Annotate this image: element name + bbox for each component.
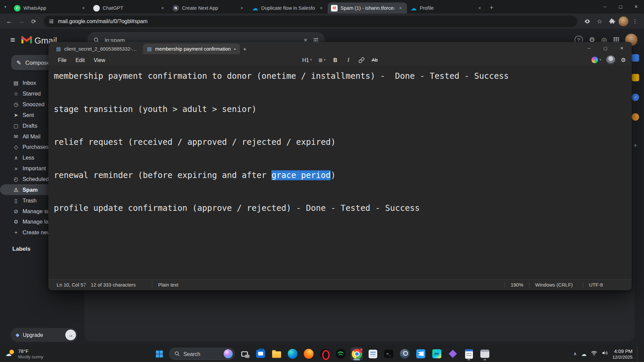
start-button[interactable] (153, 347, 165, 360)
visual-studio-button[interactable] (447, 347, 459, 360)
wifi-icon[interactable] (591, 350, 597, 357)
steam-button[interactable] (398, 347, 411, 360)
sidebar-item-label: Less (22, 155, 34, 161)
reload-button[interactable]: ⟳ (28, 15, 39, 27)
browser-tab-chatgpt[interactable]: ChatGPT ✕ (90, 2, 169, 13)
browser-tab-salesforce-flow[interactable]: ☁ Duplicate flow in Salesforce ✕ (249, 2, 328, 13)
show-desktop-button[interactable] (637, 346, 639, 362)
notepad-settings-gear-icon[interactable]: ⚙ (621, 57, 626, 63)
bookmark-star-icon[interactable]: ☆ (594, 15, 605, 27)
task-view-button[interactable] (238, 347, 251, 360)
clock-date: 12/2/2025 (612, 354, 633, 359)
maximize-button[interactable]: ▢ (597, 42, 613, 54)
tracking-protection-eye-icon[interactable] (582, 15, 593, 27)
insert-link-button[interactable] (357, 55, 366, 65)
address-bar[interactable]: mail.google.com/mail/u/0/?ogbl#spam (44, 15, 578, 27)
extensions-puzzle-icon[interactable] (606, 15, 618, 27)
close-tab-icon[interactable]: ✕ (397, 5, 404, 11)
draft-icon: ▢ (12, 123, 20, 129)
vscode-button[interactable] (415, 347, 427, 360)
notepad-new-tab-button[interactable]: + (240, 44, 250, 54)
bold-button[interactable]: B (330, 55, 340, 65)
microsoft-store-button[interactable] (255, 347, 267, 360)
file-explorer-button[interactable] (270, 347, 283, 360)
terminal-button[interactable]: >_ (383, 347, 395, 360)
taskbar-clock[interactable]: 4:09 PM 12/2/2025 (612, 348, 633, 359)
system-tray: ∧ ☁ 4:09 PM 12/2/2025 (573, 346, 642, 362)
hidden-icons-chevron-icon[interactable]: ∧ (573, 351, 577, 357)
get-addons-icon[interactable]: + (632, 142, 639, 149)
browser-profile-avatar[interactable] (619, 16, 628, 26)
calendar-icon[interactable] (632, 54, 639, 62)
browser-tab-whatsapp[interactable]: ✆ WhatsApp ✕ (11, 2, 90, 13)
tasks-icon[interactable]: ✓ (632, 94, 639, 101)
spotify-button[interactable] (334, 347, 347, 360)
open-window-button[interactable] (479, 347, 491, 360)
back-button[interactable]: ← (3, 15, 15, 27)
close-button[interactable]: ✕ (613, 42, 630, 54)
editor-line: membership payment confirmation to donor… (54, 68, 632, 84)
new-tab-button[interactable]: + (486, 2, 497, 13)
notepad-tab-title: client_secret_2_60053885332-2reqe52rrib (64, 46, 139, 52)
minimize-button[interactable]: ─ (581, 42, 597, 54)
notepad-button[interactable] (463, 347, 475, 360)
close-tab-icon[interactable]: ✕ (476, 5, 483, 11)
formatting-toolbar: H1▾ ≣▾ B I Ab (301, 55, 380, 65)
gmail-m-icon (21, 35, 32, 43)
close-button[interactable]: ✕ (628, 0, 644, 13)
encoding: UTF-8 (583, 282, 632, 288)
browser-tab-bar: ▾ ✆ WhatsApp ✕ ChatGPT ✕ N Create Next A… (0, 0, 644, 13)
zoom-level[interactable]: 190% (505, 282, 529, 288)
close-tab-icon[interactable]: ✕ (159, 5, 166, 11)
keep-icon[interactable] (632, 74, 639, 81)
nextjs-favicon: N (172, 5, 179, 11)
upgrade-button[interactable]: ◆ Upgrade → (11, 328, 78, 342)
edge-button[interactable] (286, 347, 299, 360)
search-icon (174, 351, 180, 357)
firefox-button[interactable] (303, 347, 315, 360)
browser-tab-gmail-spam[interactable]: M Spam (1) - ishann.tforce@gmai ✕ (328, 2, 407, 13)
italic-button[interactable]: I (343, 55, 353, 65)
weather-widget[interactable]: ☁ 78°F Mostly sunny (2, 347, 47, 361)
editor-line: profile update confirmation (approve / r… (54, 200, 632, 217)
notepad-account-avatar[interactable] (606, 55, 615, 64)
menu-view[interactable]: View (89, 56, 110, 64)
gmail-hamburger-menu[interactable]: ≡ (7, 35, 18, 45)
heading-dropdown[interactable]: H1▾ (301, 55, 313, 65)
maximize-button[interactable]: ▢ (613, 0, 629, 13)
clear-formatting-button[interactable]: Ab (370, 55, 379, 65)
close-tab-icon[interactable]: ✕ (80, 5, 87, 11)
forward-button[interactable]: → (16, 15, 27, 27)
minimize-button[interactable]: ─ (597, 0, 613, 13)
browser-tab-create-next-app[interactable]: N Create Next App ✕ (169, 2, 248, 13)
list-dropdown[interactable]: ≣▾ (317, 55, 327, 65)
taskbar-search[interactable]: Search (169, 348, 235, 360)
contacts-icon[interactable] (632, 113, 639, 121)
browser-menu-kebab-icon[interactable]: ⋮ (629, 15, 641, 27)
editor-line (54, 117, 632, 134)
notes-app-button[interactable] (367, 347, 379, 360)
pycharm-button[interactable]: PC (431, 347, 443, 360)
onedrive-cloud-icon[interactable]: ☁ (581, 351, 587, 357)
close-tab-icon[interactable]: ✕ (318, 5, 325, 11)
inbox-icon: ▤ (12, 80, 20, 86)
notepad-tab-membership[interactable]: ▤ membership payment confirmation ● (143, 44, 240, 54)
site-settings-icon[interactable] (48, 18, 54, 24)
pencil-icon: ✎ (16, 59, 21, 66)
tab-search-chevron-icon[interactable]: ▾ (0, 0, 11, 13)
menu-edit[interactable]: Edit (71, 56, 89, 64)
menu-file[interactable]: File (53, 56, 71, 64)
salesforce-cloud-favicon: ☁ (410, 5, 417, 11)
notepad-right-controls: ▾ ⚙ (591, 54, 626, 66)
editor[interactable]: membership payment confirmation to donor… (48, 66, 632, 279)
browser-toolbar: ← → ⟳ mail.google.com/mail/u/0/?ogbl#spa… (0, 13, 644, 28)
chrome-button[interactable] (351, 347, 363, 360)
opera-button[interactable] (319, 347, 331, 360)
close-tab-icon[interactable]: ✕ (238, 5, 245, 11)
browser-tab-profile[interactable]: ☁ Profile ✕ (407, 2, 486, 13)
volume-icon[interactable] (602, 350, 608, 357)
sidebar-item-label: Spam (22, 187, 38, 193)
copilot-button[interactable]: ▾ (591, 57, 601, 63)
notepad-tab-client-secret[interactable]: ▤ client_secret_2_60053885332-2reqe52rri… (52, 44, 143, 54)
notes-app-icon (368, 350, 377, 358)
